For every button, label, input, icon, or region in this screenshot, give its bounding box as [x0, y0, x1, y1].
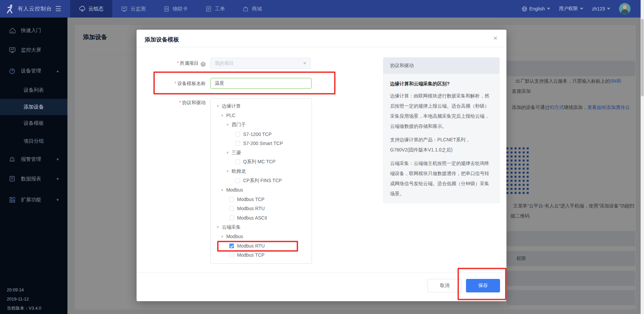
permissions-label: 用户权限: [559, 6, 578, 12]
tree-node-4[interactable]: S7-1200 TCP: [211, 130, 312, 139]
sidebar-clock: 20:09:14: [7, 287, 24, 292]
permissions-menu[interactable]: 用户权限: [559, 6, 583, 12]
avatar[interactable]: [619, 3, 631, 15]
checkbox-unchecked[interactable]: [235, 178, 240, 183]
sidebar-item-label: 报警管理: [21, 156, 41, 163]
extension-icon: [9, 196, 16, 203]
close-icon[interactable]: ✕: [493, 35, 498, 41]
caret-down-icon[interactable]: ▼: [221, 188, 224, 192]
checkbox-unchecked[interactable]: [235, 141, 240, 146]
divider: [137, 47, 506, 47]
tree-node-10[interactable]: ▼Modbus: [211, 185, 312, 195]
sidebar-item-report[interactable]: 数据报表▼: [0, 172, 67, 185]
work-order-icon: [205, 6, 212, 12]
tree-node-label: Modbus ASCII: [237, 215, 267, 221]
tree-node-5[interactable]: S7-200 Smart TCP: [211, 139, 312, 148]
tree-node-12[interactable]: Modbus RTU: [211, 204, 312, 213]
tree-node-17[interactable]: Modbus TCP: [211, 251, 312, 260]
mall-icon: [242, 6, 249, 12]
caret-down-icon[interactable]: ▼: [226, 151, 229, 154]
tree-node-1[interactable]: ▼边缘计算: [211, 102, 312, 111]
sidebar-subitem-1[interactable]: 设备列表: [0, 82, 67, 98]
tree-node-label: Modbus RTU: [237, 243, 265, 249]
checkbox-unchecked[interactable]: [235, 160, 240, 164]
user-menu[interactable]: zh123: [592, 6, 610, 11]
tree-node-2[interactable]: ▼PLC: [211, 111, 312, 120]
caret-down-icon[interactable]: ▼: [216, 225, 219, 229]
sidebar-subitem-label: 设备模板: [24, 120, 44, 126]
checkbox-unchecked[interactable]: [235, 132, 240, 137]
alarm-icon: [9, 156, 16, 163]
tree-node-8[interactable]: ▼欧姆龙: [211, 167, 312, 176]
checkbox-unchecked[interactable]: [229, 253, 234, 257]
sidebar-subitem-label: 项目分组: [24, 138, 44, 144]
project-select[interactable]: 我的项目: [210, 58, 311, 69]
tree-node-16[interactable]: Modbus RTU: [211, 241, 312, 251]
nav-tab-1[interactable]: 云组态: [70, 0, 112, 18]
scrollbar-thumb[interactable]: [641, 19, 644, 96]
sidebar-item-label: 设备管理: [21, 68, 41, 74]
nav-tab-3[interactable]: 物联卡: [154, 0, 197, 18]
tree-node-11[interactable]: Modbus TCP: [211, 195, 312, 204]
checkbox-checked[interactable]: [229, 244, 234, 248]
tree-node-6[interactable]: ▼三菱: [211, 148, 312, 158]
top-navbar: 有人云控制台 ☰ 云组态云监测物联卡工单商城 English 用户权限 zh12…: [0, 0, 641, 18]
nav-tab-label: 云组态: [88, 6, 104, 12]
caret-down-icon[interactable]: ▼: [226, 169, 229, 173]
chevron-down-icon: [580, 8, 583, 10]
tree-node-label: Modbus: [226, 187, 243, 193]
checkbox-unchecked[interactable]: [229, 206, 234, 211]
sidebar-item-device[interactable]: 设备管理▲: [0, 64, 67, 77]
sidebar-item-alarm[interactable]: 报警管理▼: [0, 153, 67, 166]
caret-down-icon[interactable]: ▼: [221, 114, 224, 117]
chevron-icon: ▼: [56, 158, 59, 161]
nav-tab-2[interactable]: 云监测: [112, 0, 154, 18]
checkbox-unchecked[interactable]: [229, 216, 234, 220]
tree-node-label: CP系列 FINS TCP: [243, 178, 282, 184]
globe-icon: [522, 6, 527, 12]
language-switcher[interactable]: English: [522, 6, 550, 12]
tree-node-label: 边缘计算: [222, 103, 241, 109]
caret-down-icon[interactable]: ▼: [226, 123, 229, 126]
tree-node-label: 欧姆龙: [232, 168, 246, 174]
protocol-tree: ▼边缘计算▼PLC▼西门子S7-1200 TCPS7-200 Smart TCP…: [210, 98, 312, 264]
nav-tab-5[interactable]: 商城: [234, 0, 271, 18]
sidebar-item-label: 扩展功能: [21, 197, 41, 203]
sidebar-item-screen[interactable]: 监控大屏: [0, 44, 67, 56]
cloud-scada-icon: [79, 6, 85, 12]
sidebar-subitem-4[interactable]: 项目分组: [0, 133, 67, 149]
info-paragraph: 支持边缘计算的产品：PLCNET系列，G780V2(固件版本V1.1.0之后): [390, 135, 493, 155]
tree-node-7[interactable]: Q系列 MC TCP: [211, 158, 312, 167]
tree-node-3[interactable]: ▼西门子: [211, 120, 312, 130]
chevron-down-icon: [607, 8, 610, 10]
caret-down-icon[interactable]: ▼: [216, 104, 219, 108]
language-label: English: [529, 6, 545, 11]
sidebar-item-label: 快速入门: [21, 27, 41, 34]
template-name-input[interactable]: [210, 78, 312, 89]
caret-down-icon[interactable]: ▼: [221, 235, 224, 238]
sidebar-subitem-2[interactable]: 添加设备: [0, 99, 67, 115]
sidebar-subitem-3[interactable]: 设备模板: [0, 115, 67, 131]
sidebar-item-home[interactable]: 快速入门: [0, 24, 67, 37]
info-paragraph: 边缘计算：由联网模块进行数据采集和解析，然后按照一定的规律上报云端。适合高频（秒…: [390, 91, 493, 131]
chevron-down-icon: [303, 62, 306, 64]
tree-node-label: S7-1200 TCP: [243, 132, 272, 137]
nav-tab-4[interactable]: 工单: [197, 0, 234, 18]
tree-node-9[interactable]: CP系列 FINS TCP: [211, 176, 312, 185]
help-icon[interactable]: ?: [201, 62, 206, 67]
protocol-info-panel: 协议和驱动 边缘计算和云端采集的区别? 边缘计算：由联网模块进行数据采集和解析，…: [383, 57, 500, 203]
sidebar-version: 当前版本：V3.4.0: [7, 305, 41, 311]
checkbox-unchecked[interactable]: [229, 197, 234, 202]
menu-toggle-icon[interactable]: ☰: [55, 5, 61, 12]
tree-node-15[interactable]: ▼Modbus: [211, 232, 312, 241]
cancel-button[interactable]: 取消: [428, 279, 462, 292]
nav-tab-label: 商城: [252, 6, 262, 12]
tree-node-13[interactable]: Modbus ASCII: [211, 213, 312, 223]
tree-node-label: S7-200 Smart TCP: [243, 141, 283, 146]
tree-node-14[interactable]: ▼云端采集: [211, 223, 312, 232]
save-button[interactable]: 保存: [466, 279, 500, 292]
username-label: zh123: [592, 6, 605, 11]
sidebar-item-extension[interactable]: 扩展功能▼: [0, 193, 67, 206]
sidebar-item-label: 监控大屏: [21, 47, 41, 53]
project-field-label: *所属项目?: [137, 58, 206, 69]
